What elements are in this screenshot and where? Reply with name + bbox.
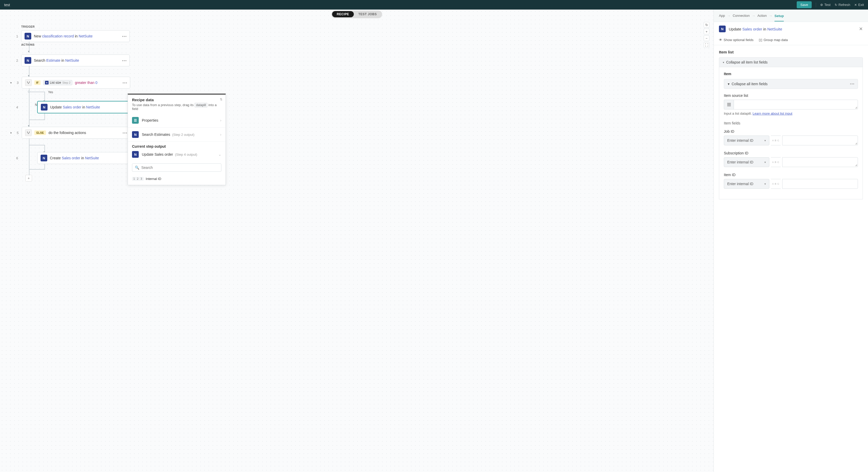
step-text: Create Sales order in NetSuite [50,156,126,160]
step-menu-button[interactable]: ••• [122,81,127,85]
step-menu-button[interactable]: ••• [122,34,127,38]
chevron-down-icon: ▾ [765,182,766,186]
tab-action[interactable]: Action [757,13,767,18]
step-text: Search Estimate in NetSuite [34,58,126,62]
netsuite-icon: N [40,155,47,161]
tab-app[interactable]: App [719,13,725,18]
panel-toolbar: 👁Show optional fields ▯▯Group map data [714,36,868,45]
arrow-icon: → [769,14,772,18]
step-menu-button[interactable]: ••• [122,58,127,63]
job-id-input[interactable]: ◢ [782,135,858,145]
collapse-item-list-button[interactable]: ▾Collapse all item list fields [719,57,863,67]
map-icon: ▯▯ [759,38,762,42]
reset-view-button[interactable]: ↻ [704,22,709,28]
step-text: New classification record in NetSuite [34,34,126,38]
condition-icon [25,79,32,86]
item-label: Search Estimates (Step 2 output) [142,132,217,136]
item-fields-label: Item fields [724,121,858,125]
search-icon: 🔍 [135,165,139,170]
step-trigger[interactable]: N New classification record in NetSuite … [21,30,130,42]
datapill-search[interactable]: 🔍 [132,163,221,172]
panel-title: Update Sales order in NetSuite [729,27,782,31]
item-list-title: Item list [719,50,863,54]
type-badge: A B C [771,157,781,167]
refresh-label: Refresh [839,3,850,7]
netsuite-icon: N [41,104,48,111]
learn-more-link[interactable]: Learn more about list input [752,112,792,116]
step-search-estimate[interactable]: N Search Estimate in NetSuite ••• [21,55,130,66]
close-icon: ✕ [854,3,857,7]
tab-connection[interactable]: Connection [733,13,750,18]
item-id-input[interactable] [782,179,858,189]
search-input[interactable] [141,165,219,170]
trigger-label: TRIGGER [21,25,130,28]
step-create-salesorder[interactable]: N Create Sales order in NetSuite [37,152,130,164]
tab-test-jobs[interactable]: TEST JOBS [354,11,381,17]
group-map-data-button[interactable]: ▯▯Group map data [759,38,788,42]
canvas-tools: ↻ + − ⛶ [704,22,709,48]
recipe-data-properties[interactable]: Properties › [128,113,225,128]
topbar: test Save ⚙Test ↻Refresh ✕Exit [0,0,868,9]
step-number: 5 [11,131,19,135]
subscription-id-input[interactable]: ◢ [782,157,858,167]
item-id-label: Item ID [724,173,858,177]
step-update-salesorder[interactable]: N Update Sales order in NetSuite [37,101,130,113]
save-button[interactable]: Save [797,1,812,8]
zoom-out-button[interactable]: − [704,35,709,41]
tab-recipe[interactable]: RECIPE [332,11,354,17]
netsuite-icon: N [719,26,726,32]
item-source-list-input[interactable]: ◢ [734,100,858,109]
step-text: Update Sales order in NetSuite [50,105,126,109]
subscription-id-select[interactable]: Enter internal ID▾ [724,157,769,167]
svg-rect-5 [727,105,731,106]
panel-header: N Update Sales order in NetSuite ✕ [714,22,868,36]
list-icon [724,100,734,109]
add-step-button[interactable]: + [25,175,32,182]
step-if-condition[interactable]: IF NList sizeStep 2 greater than 0 ••• [22,77,130,89]
setup-tabs: App → Connection → Action → Setup [714,9,868,22]
datapill-listsize[interactable]: NList sizeStep 2 [43,80,72,85]
refresh-icon: ↻ [835,3,837,7]
svg-rect-4 [727,104,731,105]
test-button[interactable]: ⚙Test [820,3,831,7]
netsuite-icon: N [25,33,31,39]
recipe-data-search-estimates[interactable]: N Search Estimates (Step 2 output) › [128,128,225,142]
topbar-actions: Save ⚙Test ↻Refresh ✕Exit [797,1,864,8]
job-id-select[interactable]: Enter internal ID▾ [724,135,769,145]
exit-button[interactable]: ✕Exit [854,3,864,7]
condition-icon [25,129,32,136]
datapill-label: Internal ID [146,177,161,181]
item-label: Properties [142,118,217,122]
actions-label: ACTIONS [21,43,130,46]
step-number: 6 [10,156,18,160]
canvas[interactable]: RECIPE TEST JOBS ↻ + − ⛶ TRIGGER 1 N New… [0,9,714,472]
refresh-button[interactable]: ↻Refresh [835,3,850,7]
item-id-select[interactable]: Enter internal ID▾ [724,179,769,189]
step-else[interactable]: ELSE do the following actions ••• [22,127,130,139]
exit-label: Exit [858,3,864,7]
subscription-id-label: Subscription ID [724,151,858,155]
fit-view-button[interactable]: ⛶ [704,42,709,48]
netsuite-icon: N [132,131,139,138]
show-optional-fields-button[interactable]: 👁Show optional fields [719,38,753,42]
connector: ▾ [29,66,29,77]
item-menu-button[interactable]: ••• [850,82,855,86]
chevron-right-icon: › [220,132,221,136]
collapse-item-fields-button[interactable]: ▾Collapse all item fields••• [724,79,858,89]
tab-setup[interactable]: Setup [774,13,784,22]
if-badge: IF [34,80,40,85]
step-number: 2 [10,59,18,62]
step-text: greater than 0 [75,81,127,85]
zoom-in-button[interactable]: + [704,29,709,34]
chevron-down-icon: ⌄ [218,152,221,156]
recipe-data-update-salesorder[interactable]: N Update Sales order (Step 4 output) ⌄ [128,150,225,161]
type-badge: A B C [771,179,781,189]
step-menu-button[interactable]: ••• [122,131,127,135]
type-badge: A B C [771,135,781,145]
arrow-icon: → [752,14,755,18]
svg-rect-0 [134,119,137,120]
gear-icon: ⚙ [820,3,823,7]
close-panel-button[interactable]: ✕ [859,26,863,32]
collapse-panel-button[interactable]: ⇅ [220,98,222,101]
datapill-internal-id[interactable]: 1 2 3 Internal ID [128,175,225,185]
